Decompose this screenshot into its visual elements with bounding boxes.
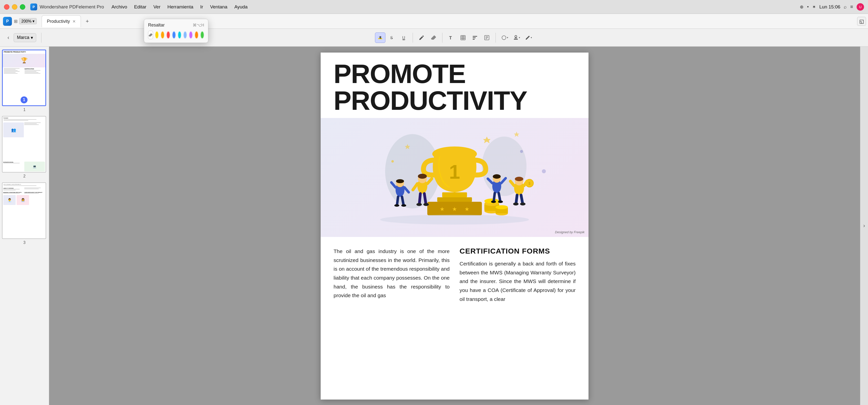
form-tool-button[interactable] [470,32,480,43]
underline-tool-button[interactable]: U̲ [399,32,409,43]
back-button[interactable]: ‹ [6,33,11,42]
svg-line-67 [499,193,500,201]
highlight-tool-button[interactable] [375,32,385,43]
toolbar: ‹ Marca ▾ S̶ U̲ [0,29,868,46]
right-panel[interactable]: › [860,46,868,405]
highlight-popup: Resaltar ⌘⌥H [144,19,208,43]
zoom-value: 200% [21,19,31,24]
svg-rect-12 [473,37,476,38]
page-thumb-1[interactable]: PROMOTE PRODUCTIVITY 🏆 [2,49,47,112]
tab-productivity[interactable]: Productivity ✕ [42,15,81,27]
svg-line-66 [494,193,495,201]
titlebar: P Wondershare PDFelement Pro Archivo Edi… [0,0,868,14]
avatar[interactable]: U [857,3,864,11]
marca-dropdown[interactable]: Marca ▾ [13,33,36,42]
body-text-left: The oil and gas industry is one of the m… [334,247,450,300]
svg-marker-23 [514,132,519,137]
svg-point-54 [418,174,427,179]
text-tool-button[interactable]: T [446,32,456,43]
svg-point-45 [396,179,404,183]
pencil-tool-button[interactable] [416,32,427,43]
color-purple[interactable] [189,31,193,39]
svg-point-51 [401,204,406,207]
mini-page1-title: PROMOTE PRODUCTIVITY [3,50,45,54]
popup-colors [148,31,204,39]
svg-rect-11 [473,36,477,37]
stamp-tool-button[interactable]: ▾ [511,32,522,43]
color-green[interactable] [200,31,204,39]
hero-illustration: 1 ★ ★ ★ [321,118,589,237]
titlebar-right: ⊕ ▪ ✶ Lun 15:06 ⌕ ≡ U [800,3,864,11]
expand-button[interactable]: ◱ [857,17,866,26]
page-thumb-2[interactable]: Content 👥 RECREATION MODEL [2,116,47,178]
svg-point-79 [513,203,519,205]
popup-header: Resaltar ⌘⌥H [148,23,204,28]
close-button[interactable] [4,4,9,10]
page-main-title: PROMOTE PRODUCTIVITY [334,61,576,114]
color-eraser-button[interactable] [148,31,153,39]
color-blue[interactable] [172,31,176,39]
freepik-credit: Designed by Freepik [555,230,585,234]
svg-text:★: ★ [452,206,457,212]
svg-point-72 [515,177,523,181]
tab-close-icon[interactable]: ✕ [72,19,75,24]
color-orange[interactable] [161,31,164,39]
table-tool-button[interactable] [458,32,468,43]
menu-herramienta[interactable]: Herramienta [167,4,193,10]
marca-label: Marca [17,35,29,40]
color-yellow[interactable] [155,31,159,39]
svg-point-42 [496,205,508,209]
svg-line-48 [397,197,398,205]
page-thumb-3[interactable]: some company to survey information to...… [2,182,47,245]
signature-tool-button[interactable]: ▾ [523,32,533,43]
color-red[interactable] [166,31,170,39]
toolbar-separator-3 [442,33,442,43]
svg-line-49 [402,197,403,205]
page-num-1: 1 [2,108,47,112]
color-light-blue[interactable] [183,31,187,39]
minimize-button[interactable] [12,4,18,10]
page-num-2: 2 [2,174,47,178]
page-hero: 1 ★ ★ ★ [321,118,589,237]
svg-text:S̶: S̶ [390,36,393,40]
note-tool-button[interactable] [482,32,492,43]
tabbar: P ⊞ 200% ▾ Productivity ✕ + ◱ [0,14,868,29]
battery-icon: ▪ [807,4,808,9]
eraser-tool-button[interactable] [428,32,439,43]
svg-text:T: T [449,35,452,40]
menu-ventana[interactable]: Ventana [210,4,227,10]
svg-point-63 [493,174,501,179]
time-display: Lun 15:06 [819,4,840,10]
svg-line-58 [424,194,426,203]
svg-text:★: ★ [440,206,445,212]
grid-icon[interactable]: ⊞ [14,19,18,24]
menu-editar[interactable]: Editar [134,4,147,10]
svg-line-77 [516,195,517,203]
menu-ver[interactable]: Ver [153,4,160,10]
doc-right-col: CERTIFICATION FORMS Certification is gen… [460,247,576,303]
traffic-lights [4,4,25,10]
maximize-button[interactable] [20,4,25,10]
new-tab-button[interactable]: + [83,17,92,26]
svg-text:★: ★ [465,206,469,212]
shape-tool-button[interactable]: ▾ [499,32,509,43]
wifi-icon: ⊕ [800,4,804,10]
page-thumb-img-1: PROMOTE PRODUCTIVITY 🏆 [2,49,46,106]
search-icon[interactable]: ⌕ [844,4,847,10]
svg-line-78 [521,195,523,203]
color-orange2[interactable] [195,31,198,39]
menu-archivo[interactable]: Archivo [111,4,127,10]
sidebar: PROMOTE PRODUCTIVITY 🏆 [0,46,49,405]
strikethrough-tool-button[interactable]: S̶ [387,32,397,43]
menu-ir[interactable]: Ir [200,4,204,10]
zoom-arrow: ▾ [32,19,34,24]
doc-area[interactable]: PROMOTE PRODUCTIVITY [49,46,860,405]
control-center-icon[interactable]: ≡ [850,4,853,10]
zoom-control[interactable]: 200% ▾ [19,18,37,24]
page-header-banner: PROMOTE PRODUCTIVITY [321,53,589,114]
svg-rect-19 [514,39,518,40]
menu-ayuda[interactable]: Ayuda [235,4,248,10]
color-cyan[interactable] [178,31,182,39]
right-collapse-icon: › [863,223,865,229]
main-layout: PROMOTE PRODUCTIVITY 🏆 [0,46,868,405]
